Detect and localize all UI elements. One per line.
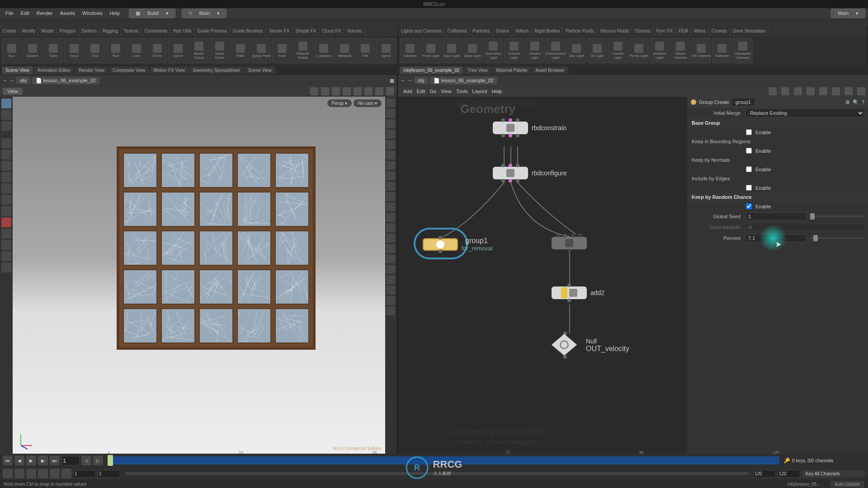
pane-tab[interactable]: Motion FX View	[150, 66, 189, 74]
nt-icon-2[interactable]	[781, 87, 789, 95]
vlt-5[interactable]	[1, 150, 11, 160]
vrt-5[interactable]	[386, 140, 395, 149]
shelf-tab[interactable]: Cloud FX	[320, 27, 344, 36]
input-percent[interactable]	[745, 234, 807, 242]
menuset-selector[interactable]: ▽Main▾	[182, 9, 227, 18]
node-rbdconfigure[interactable]: rbdconfigure	[493, 167, 567, 179]
shelf-tool[interactable]: Caustic Light	[608, 38, 628, 63]
vlt-10[interactable]	[1, 206, 11, 216]
tl-prev-button[interactable]: ◀	[14, 455, 24, 465]
vrt-6[interactable]	[386, 150, 395, 160]
vrt-17[interactable]	[386, 265, 395, 274]
nt-icon-8[interactable]	[857, 87, 865, 95]
vrt-11[interactable]	[386, 202, 395, 211]
shelf-tool[interactable]: Metaball	[335, 38, 354, 63]
tlb-2[interactable]	[14, 469, 24, 479]
timeline-track[interactable]: 124487296120	[108, 456, 779, 465]
input-global-seed[interactable]	[745, 212, 807, 221]
tl-play-button[interactable]: ▶	[38, 455, 48, 465]
vt-icon-5[interactable]	[354, 87, 362, 95]
shelf-tab[interactable]: Particle Fluids	[563, 27, 597, 36]
menu-edit[interactable]: Edit	[18, 9, 32, 17]
nmenu-go[interactable]: Go	[430, 89, 437, 94]
vlt-8[interactable]	[1, 183, 11, 193]
slider-global-seed[interactable]	[809, 216, 864, 217]
vrt-20[interactable]	[386, 296, 395, 305]
shelf-tab[interactable]: Guide Brushes	[230, 27, 266, 36]
shelf-tool[interactable]: VR Camera	[691, 38, 711, 63]
tlb-6[interactable]	[61, 469, 71, 479]
vrt-4[interactable]	[386, 130, 395, 139]
vt-icon-2[interactable]	[321, 87, 329, 95]
shelf-tab[interactable]: Wires	[691, 27, 709, 36]
vrt-21[interactable]	[386, 306, 395, 315]
menu-render[interactable]: Render	[34, 9, 56, 17]
timeline-playhead[interactable]	[108, 455, 113, 466]
shelf-tab[interactable]: Rigging	[100, 27, 121, 36]
tl-end2-input[interactable]	[778, 470, 800, 478]
shelf-tab[interactable]: Deform	[79, 27, 100, 36]
menu-file[interactable]: File	[3, 9, 16, 17]
vrt-10[interactable]	[386, 192, 395, 201]
vrt-16[interactable]	[386, 254, 395, 263]
nav-fwd-icon[interactable]: →	[9, 78, 14, 83]
shelf-tool[interactable]: Gamepad Camera	[733, 38, 753, 63]
tl-start-input[interactable]	[73, 470, 96, 478]
nmenu-tools[interactable]: Tools	[456, 89, 468, 94]
vrt-9[interactable]	[386, 182, 395, 191]
pane-tab[interactable]: Scene View	[244, 66, 275, 74]
shelf-tool[interactable]: Volume Light	[504, 38, 524, 63]
vlt-12[interactable]	[1, 229, 11, 239]
vlt-7[interactable]	[1, 172, 11, 182]
pane-tab[interactable]: /obj/lesson_06_example_02	[400, 66, 463, 74]
shelf-tool[interactable]: Draw Curve	[210, 38, 230, 63]
vrt-19[interactable]	[386, 286, 395, 295]
vrt-1[interactable]	[386, 99, 395, 108]
shelf-tab[interactable]: Pyro FX	[654, 27, 676, 36]
pane-tab[interactable]: Material Palette	[492, 66, 531, 74]
vlt-9[interactable]	[1, 195, 11, 205]
vt-icon-4[interactable]	[343, 87, 351, 95]
chk-base-enable[interactable]	[746, 129, 752, 135]
select-tool-icon[interactable]	[1, 99, 11, 108]
shelf-tool[interactable]: Platonic Solids	[293, 38, 313, 63]
shelf-tool[interactable]: Circle	[147, 38, 167, 63]
tl-step-back[interactable]: ◁	[81, 455, 91, 465]
section-keep-random[interactable]: Keep by Random Chance	[687, 192, 868, 202]
shelf-tool[interactable]: L-System	[314, 38, 334, 63]
chk-normals-enable[interactable]	[746, 166, 752, 172]
tlb-4[interactable]	[38, 469, 48, 479]
shelf-tool[interactable]: Path	[231, 38, 250, 63]
shelf-tool[interactable]: Spiral	[376, 38, 396, 63]
nnav-back-icon[interactable]: ←	[401, 78, 406, 83]
view-mode-button[interactable]: View	[3, 88, 23, 95]
shelf-tab[interactable]: FEM	[676, 27, 691, 36]
shelf-tool[interactable]: Ambient Light	[650, 38, 670, 63]
viewport-3d[interactable]: Persp ▾ No cam ▾ Non-Commercial Edition	[13, 97, 385, 454]
vrt-8[interactable]	[386, 171, 395, 180]
vt-icon-3[interactable]	[332, 87, 340, 95]
chk-random-enable[interactable]	[746, 203, 752, 209]
pane-tab[interactable]: Animation Editor	[34, 66, 74, 74]
shelf-tab[interactable]: Create	[0, 27, 19, 36]
shelf-tool[interactable]: File	[355, 38, 375, 63]
nt-icon-7[interactable]	[844, 87, 853, 95]
vlt-14[interactable]	[1, 251, 11, 261]
nt-icon-3[interactable]	[794, 87, 802, 95]
menu-windows[interactable]: Windows	[80, 9, 105, 17]
vt-icon-6[interactable]	[364, 87, 373, 95]
initial-merge-select[interactable]: Replace Existing	[745, 108, 864, 117]
shelf-tool[interactable]: Switcher	[712, 38, 732, 63]
nt-icon-5[interactable]	[819, 87, 827, 95]
shelf-tool[interactable]: Stereo Camera	[670, 38, 690, 63]
shelf-tool[interactable]: Point Light	[421, 38, 441, 63]
pane-tab[interactable]: Composite View	[109, 66, 149, 74]
vt-icon-8[interactable]	[386, 87, 394, 95]
pane-tab[interactable]: Tree View	[464, 66, 491, 74]
shelf-tab[interactable]: Terrain FX	[266, 27, 292, 36]
vlt-15[interactable]	[1, 263, 11, 272]
vrt-7[interactable]	[386, 161, 395, 170]
node-rbdconstraint[interactable]: rbdconstrain	[493, 122, 566, 134]
status-path[interactable]: /obj/lesson_06…	[788, 482, 821, 487]
shelf-tab[interactable]: Viscous Fluids	[597, 27, 632, 36]
